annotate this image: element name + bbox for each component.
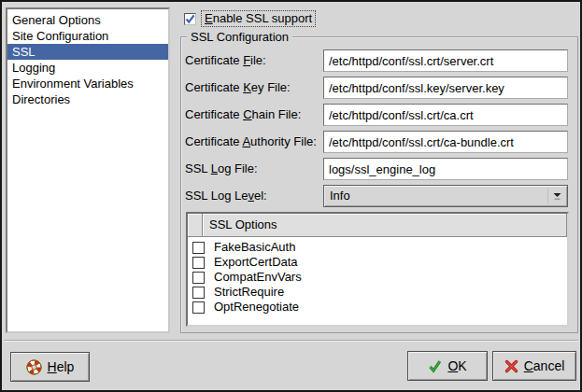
table-body: FakeBasicAuth ExportCertData CompatEnvVa… (188, 237, 567, 315)
dropdown-arrow-icon (547, 188, 565, 204)
option-label: FakeBasicAuth (214, 240, 295, 255)
ok-button[interactable]: OK (407, 351, 488, 381)
sidebar-item-site-configuration[interactable]: Site Configuration (7, 28, 168, 44)
certificate-chain-file-label: Certificate Chain File: (185, 104, 301, 126)
ssl-options-table: SSL Options FakeBasicAuth ExportCertData… (186, 212, 569, 327)
sidebar-item-directories[interactable]: Directories (7, 91, 168, 107)
option-label: StrictRequire (214, 285, 284, 300)
enable-ssl-label: Enable SSL support (201, 10, 316, 27)
help-button[interactable]: Help (10, 352, 90, 382)
table-header-row: SSL Options (188, 214, 567, 237)
ssl-option-row-fakebasicauth[interactable]: FakeBasicAuth (188, 240, 567, 255)
enable-ssl-checkbox[interactable]: Enable SSL support (184, 10, 316, 27)
ssl-option-row-optrenegotiate[interactable]: OptRenegotiate (188, 300, 567, 315)
sidebar-item-logging[interactable]: Logging (7, 60, 168, 76)
checkbox[interactable] (192, 301, 205, 314)
category-list: General Options Site Configuration SSL L… (6, 7, 170, 333)
ssl-log-level-dropdown[interactable]: Info (323, 185, 568, 207)
option-label: OptRenegotiate (214, 300, 299, 315)
sidebar-item-environment-variables[interactable]: Environment Variables (7, 76, 168, 91)
cancel-x-icon (504, 359, 518, 373)
certificate-authority-file-label: Certificate Authority File: (185, 131, 317, 153)
ssl-option-row-strictrequire[interactable]: StrictRequire (188, 285, 567, 300)
checkbox[interactable] (192, 272, 205, 284)
ssl-option-row-exportcertdata[interactable]: ExportCertData (188, 255, 567, 270)
lifebuoy-icon (26, 359, 42, 375)
option-label: CompatEnvVars (214, 270, 302, 285)
table-header-check-column[interactable] (188, 214, 203, 237)
help-label: Help (48, 359, 75, 374)
check-icon (185, 14, 195, 24)
cancel-button[interactable]: Cancel (492, 351, 576, 381)
checkbox[interactable] (192, 257, 205, 269)
certificate-file-input[interactable] (323, 49, 568, 72)
ssl-configuration-frame: SSL Configuration Certificate File: Cert… (180, 36, 578, 333)
httpd-config-dialog: General Options Site Configuration SSL L… (0, 0, 582, 392)
sidebar-item-general-options[interactable]: General Options (7, 12, 168, 28)
certificate-key-file-label: Certificate Key File: (185, 77, 291, 99)
frame-title: SSL Configuration (187, 30, 292, 44)
checkbox[interactable] (192, 242, 205, 254)
checkbox[interactable] (192, 287, 205, 299)
certificate-key-file-input[interactable] (323, 77, 568, 99)
cancel-label: Cancel (524, 358, 565, 373)
table-header-ssl-options[interactable]: SSL Options (203, 214, 567, 237)
ssl-option-row-compatenvvars[interactable]: CompatEnvVars (188, 270, 567, 285)
ssl-log-file-label: SSL Log File: (185, 158, 258, 180)
ok-check-icon (428, 359, 442, 373)
ok-label: OK (447, 358, 466, 373)
bottom-separator (4, 340, 578, 342)
ssl-log-level-value: Info (330, 189, 350, 203)
checkbox-box[interactable] (184, 13, 196, 25)
ssl-log-level-label: SSL Log Level: (185, 185, 267, 207)
sidebar-item-ssl[interactable]: SSL (7, 44, 168, 60)
certificate-chain-file-input[interactable] (323, 104, 568, 126)
ssl-log-file-input[interactable] (323, 158, 568, 180)
certificate-authority-file-input[interactable] (323, 131, 568, 153)
certificate-file-label: Certificate File: (185, 49, 266, 72)
option-label: ExportCertData (214, 255, 298, 270)
